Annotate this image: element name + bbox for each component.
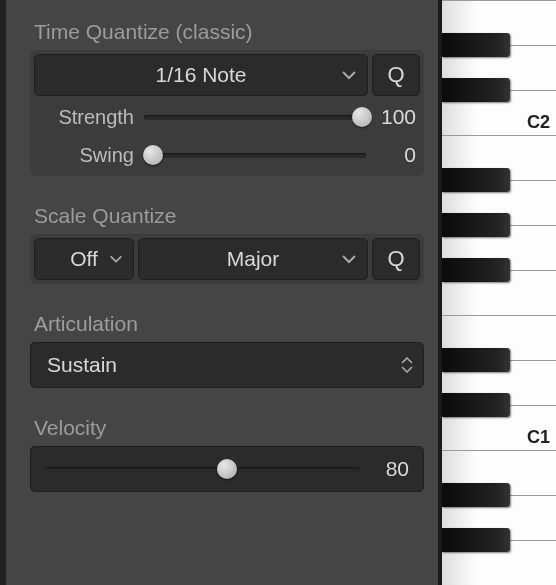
velocity-value: 80 xyxy=(359,457,409,481)
articulation-value: Sustain xyxy=(47,353,117,377)
black-key[interactable] xyxy=(442,393,510,417)
strength-thumb[interactable] xyxy=(352,107,372,127)
swing-label: Swing xyxy=(34,144,144,167)
black-key[interactable] xyxy=(442,348,510,372)
swing-row: Swing 0 xyxy=(34,138,420,172)
strength-row: Strength 100 xyxy=(34,100,420,134)
black-key[interactable] xyxy=(442,258,510,282)
quantize-button[interactable]: Q xyxy=(372,54,420,96)
inspector-panel: Time Quantize (classic) 1/16 Note Q Stre… xyxy=(0,0,438,585)
swing-thumb[interactable] xyxy=(143,145,163,165)
strength-value: 100 xyxy=(366,105,416,129)
scale-quantize-button[interactable]: Q xyxy=(372,238,420,280)
key-label: C2 xyxy=(527,112,550,133)
scale-root-value: Off xyxy=(70,247,98,271)
black-key[interactable] xyxy=(442,213,510,237)
time-quantize-select[interactable]: 1/16 Note xyxy=(34,54,368,96)
chevron-down-icon xyxy=(109,255,123,264)
scale-mode-select[interactable]: Major xyxy=(138,238,368,280)
velocity-slider[interactable] xyxy=(45,457,359,481)
black-key[interactable] xyxy=(442,168,510,192)
updown-icon xyxy=(401,357,413,373)
scale-quantize-group: Off Major Q xyxy=(30,234,424,284)
scale-root-select[interactable]: Off xyxy=(34,238,134,280)
key-label: C1 xyxy=(527,427,550,448)
black-key[interactable] xyxy=(442,483,510,507)
velocity-title: Velocity xyxy=(34,416,424,440)
time-quantize-group: 1/16 Note Q Strength 100 Swing 0 xyxy=(30,50,424,176)
strength-slider[interactable] xyxy=(144,105,366,129)
scale-quantize-title: Scale Quantize xyxy=(34,204,424,228)
chevron-down-icon xyxy=(341,254,357,264)
piano-keyboard[interactable]: C1C2 xyxy=(438,0,556,585)
black-key[interactable] xyxy=(442,528,510,552)
swing-slider[interactable] xyxy=(144,143,366,167)
chevron-down-icon xyxy=(341,70,357,80)
black-key[interactable] xyxy=(442,78,510,102)
articulation-title: Articulation xyxy=(34,312,424,336)
time-quantize-title: Time Quantize (classic) xyxy=(34,20,424,44)
scale-mode-value: Major xyxy=(227,247,280,271)
time-quantize-value: 1/16 Note xyxy=(155,63,246,87)
velocity-group: 80 xyxy=(30,446,424,492)
strength-label: Strength xyxy=(34,106,144,129)
swing-value: 0 xyxy=(366,143,416,167)
black-key[interactable] xyxy=(442,33,510,57)
articulation-select[interactable]: Sustain xyxy=(30,342,424,388)
velocity-thumb[interactable] xyxy=(217,459,237,479)
